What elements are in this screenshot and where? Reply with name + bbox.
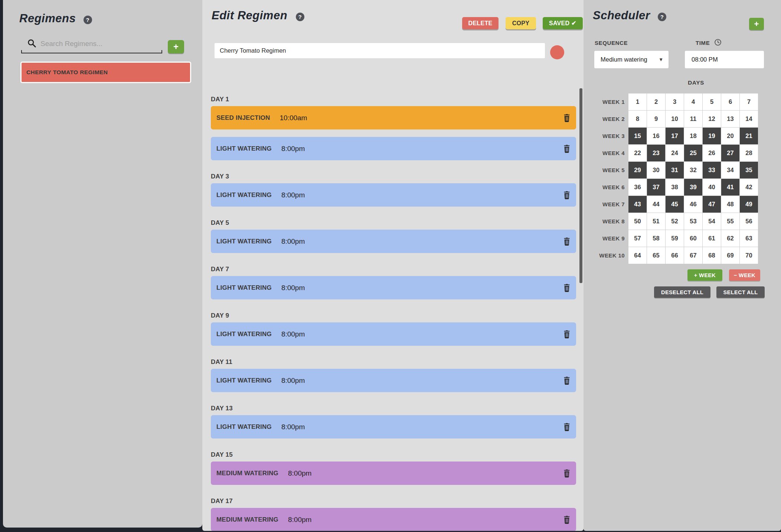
day-cell[interactable]: 56 — [740, 213, 758, 230]
regimen-event-row[interactable]: MEDIUM WATERING 8:00pm — [211, 508, 576, 531]
day-cell[interactable]: 33 — [703, 162, 721, 178]
delete-event-button[interactable] — [563, 376, 571, 385]
day-cell[interactable]: 49 — [740, 196, 758, 213]
day-cell[interactable]: 70 — [740, 247, 758, 264]
day-cell[interactable]: 6 — [721, 93, 739, 110]
delete-event-button[interactable] — [563, 515, 571, 524]
day-cell[interactable]: 26 — [703, 145, 721, 161]
delete-event-button[interactable] — [563, 144, 571, 153]
delete-event-button[interactable] — [563, 237, 571, 246]
day-cell[interactable]: 43 — [628, 196, 647, 213]
day-cell[interactable]: 38 — [666, 179, 684, 196]
day-cell[interactable]: 25 — [684, 145, 702, 161]
delete-button[interactable]: DELETE — [462, 17, 499, 29]
regimen-list-item[interactable]: CHERRY TOMATO REGIMEN — [20, 62, 191, 83]
remove-week-button[interactable]: − WEEK — [729, 269, 760, 281]
day-cell[interactable]: 20 — [721, 128, 739, 144]
day-cell[interactable]: 2 — [647, 93, 665, 110]
day-cell[interactable]: 67 — [684, 247, 702, 264]
day-cell[interactable]: 48 — [721, 196, 739, 213]
copy-button[interactable]: COPY — [506, 17, 536, 29]
day-cell[interactable]: 65 — [647, 247, 665, 264]
day-cell[interactable]: 19 — [703, 128, 721, 144]
day-cell[interactable]: 14 — [740, 111, 758, 127]
day-cell[interactable]: 62 — [721, 230, 739, 247]
day-cell[interactable]: 52 — [666, 213, 684, 230]
deselect-all-button[interactable]: DESELECT ALL — [654, 286, 710, 298]
delete-event-button[interactable] — [563, 330, 571, 339]
day-cell[interactable]: 37 — [647, 179, 665, 196]
day-cell[interactable]: 41 — [721, 179, 739, 196]
delete-event-button[interactable] — [563, 283, 571, 292]
day-cell[interactable]: 53 — [684, 213, 702, 230]
regimen-event-row[interactable]: LIGHT WATERING 8:00pm — [211, 322, 576, 346]
day-cell[interactable]: 9 — [647, 111, 665, 127]
day-cell[interactable]: 44 — [647, 196, 665, 213]
day-cell[interactable]: 8 — [628, 111, 647, 127]
day-cell[interactable]: 32 — [684, 162, 702, 178]
day-cell[interactable]: 22 — [628, 145, 647, 161]
add-regimen-button[interactable]: + — [168, 40, 184, 53]
day-cell[interactable]: 30 — [647, 162, 665, 178]
day-cell[interactable]: 28 — [740, 145, 758, 161]
day-cell[interactable]: 45 — [666, 196, 684, 213]
day-cell[interactable]: 46 — [684, 196, 702, 213]
day-cell[interactable]: 31 — [666, 162, 684, 178]
day-cell[interactable]: 58 — [647, 230, 665, 247]
time-input[interactable] — [685, 51, 764, 68]
day-cell[interactable]: 47 — [703, 196, 721, 213]
day-cell[interactable]: 1 — [628, 93, 647, 110]
add-scheduler-item-button[interactable]: + — [749, 18, 764, 30]
select-all-button[interactable]: SELECT ALL — [716, 286, 765, 298]
day-cell[interactable]: 36 — [628, 179, 647, 196]
delete-event-button[interactable] — [563, 114, 571, 122]
day-cell[interactable]: 51 — [647, 213, 665, 230]
delete-event-button[interactable] — [563, 469, 571, 478]
help-icon[interactable]: ? — [658, 13, 666, 21]
day-cell[interactable]: 63 — [740, 230, 758, 247]
day-cell[interactable]: 4 — [684, 93, 702, 110]
day-cell[interactable]: 35 — [740, 162, 758, 178]
day-cell[interactable]: 7 — [740, 93, 758, 110]
search-input[interactable] — [40, 37, 159, 50]
delete-event-button[interactable] — [563, 423, 571, 431]
day-cell[interactable]: 34 — [721, 162, 739, 178]
help-icon[interactable]: ? — [84, 16, 92, 24]
day-cell[interactable]: 27 — [721, 145, 739, 161]
regimen-name-input[interactable] — [215, 43, 545, 58]
day-cell[interactable]: 16 — [647, 128, 665, 144]
help-icon[interactable]: ? — [296, 13, 304, 21]
day-cell[interactable]: 24 — [666, 145, 684, 161]
regimen-event-row[interactable]: LIGHT WATERING 8:00pm — [211, 137, 576, 160]
regimen-event-row[interactable]: LIGHT WATERING 8:00pm — [211, 369, 576, 392]
day-cell[interactable]: 29 — [628, 162, 647, 178]
day-cell[interactable]: 11 — [684, 111, 702, 127]
day-cell[interactable]: 42 — [740, 179, 758, 196]
vertical-scrollbar-thumb[interactable] — [579, 88, 582, 283]
regimen-event-row[interactable]: LIGHT WATERING 8:00pm — [211, 415, 576, 439]
day-cell[interactable]: 69 — [721, 247, 739, 264]
day-cell[interactable]: 18 — [684, 128, 702, 144]
regimen-event-row[interactable]: MEDIUM WATERING 8:00pm — [211, 462, 576, 485]
day-cell[interactable]: 64 — [628, 247, 647, 264]
day-cell[interactable]: 61 — [703, 230, 721, 247]
day-cell[interactable]: 21 — [740, 128, 758, 144]
day-cell[interactable]: 50 — [628, 213, 647, 230]
day-cell[interactable]: 57 — [628, 230, 647, 247]
regimen-event-row[interactable]: LIGHT WATERING 8:00pm — [211, 183, 576, 207]
day-cell[interactable]: 15 — [628, 128, 647, 144]
day-cell[interactable]: 59 — [666, 230, 684, 247]
day-cell[interactable]: 68 — [703, 247, 721, 264]
day-cell[interactable]: 17 — [666, 128, 684, 144]
day-cell[interactable]: 66 — [666, 247, 684, 264]
day-cell[interactable]: 60 — [684, 230, 702, 247]
day-cell[interactable]: 23 — [647, 145, 665, 161]
day-cell[interactable]: 5 — [703, 93, 721, 110]
day-cell[interactable]: 12 — [703, 111, 721, 127]
regimen-color-swatch[interactable] — [550, 45, 564, 59]
save-button[interactable]: SAVED✔ — [543, 17, 583, 29]
day-cell[interactable]: 40 — [703, 179, 721, 196]
sequence-dropdown[interactable]: Medium watering ▼ — [594, 51, 669, 68]
day-cell[interactable]: 54 — [703, 213, 721, 230]
day-cell[interactable]: 39 — [684, 179, 702, 196]
